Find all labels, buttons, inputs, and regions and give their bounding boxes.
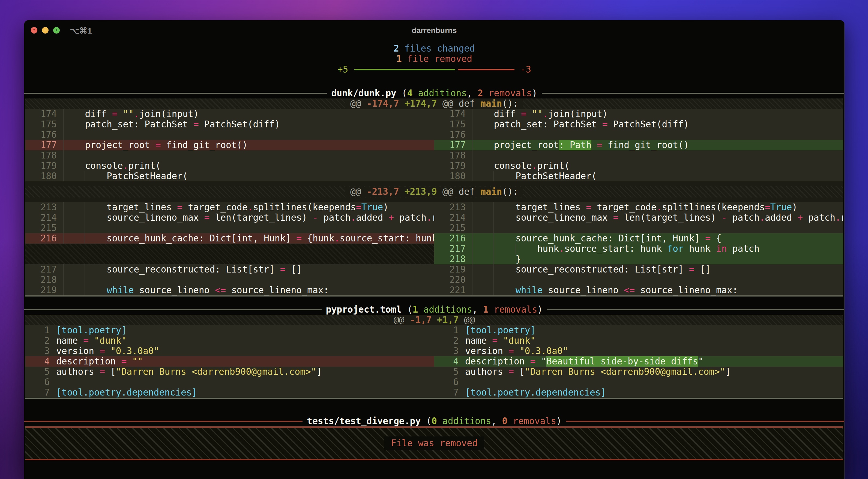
text-segment: removals — [489, 304, 537, 315]
text-segment: authors — [465, 366, 508, 377]
text-segment: target_lines — [472, 202, 586, 213]
text-segment: source_lineno_max: — [635, 285, 738, 295]
text-segment: @@ — [442, 98, 453, 109]
indent-guide — [472, 109, 472, 119]
text-segment: main — [480, 186, 502, 197]
text-segment: [ — [514, 366, 525, 377]
removed-file-message: File was removed — [384, 437, 484, 450]
line-number: 6 — [434, 377, 459, 387]
file-section: tests/test_diverge.py (0 additions, 0 re… — [24, 416, 844, 460]
indent-guide — [472, 171, 472, 182]
file-title: tests/test_diverge.py (0 additions, 0 re… — [24, 416, 844, 426]
file-name: dunk/dunk.py — [331, 88, 396, 98]
text-segment — [405, 315, 410, 325]
code-text: PatchSetHeader( — [57, 171, 434, 182]
file-title-text: pyproject.toml (1 additions, 1 removals) — [321, 305, 547, 315]
text-segment: "Darren Burns <darrenb900@gmail.com>" — [116, 366, 316, 377]
bar-removals-label: -3 — [521, 64, 531, 75]
additions-bar — [354, 69, 455, 70]
title-rule-right — [542, 93, 844, 94]
line-number: 176 — [25, 130, 57, 140]
text-segment: removed — [841, 213, 843, 223]
text-segment: = — [597, 140, 602, 150]
text-segment: = — [689, 264, 694, 275]
diff-line: 217 hunk.source_start: hunk for hunk in … — [434, 244, 843, 254]
indent-guide — [85, 213, 85, 223]
files-changed-label: files changed — [399, 43, 475, 54]
text-segment: [] — [694, 264, 711, 275]
text-segment: [ — [105, 366, 116, 377]
line-number: 176 — [434, 130, 466, 140]
indent-guide — [63, 161, 64, 171]
diff-line: 177 project_root = find_git_root() — [25, 140, 434, 150]
file-title: dunk/dunk.py (4 additions, 2 removals) — [24, 88, 844, 98]
text-segment: + — [797, 213, 803, 223]
text-segment: . — [760, 213, 765, 223]
removals-count: 1 — [483, 304, 489, 315]
text-segment: ) — [556, 416, 562, 426]
line-number: 175 — [434, 119, 466, 130]
file-title-text: dunk/dunk.py (4 additions, 2 removals) — [327, 88, 541, 98]
text-segment: ] — [316, 366, 322, 377]
text-segment: ) — [537, 304, 543, 315]
code-text: [tool.poetry] — [50, 325, 434, 336]
code-text — [57, 275, 434, 285]
indent-guide — [472, 244, 472, 254]
line-number: 180 — [25, 171, 57, 182]
diff-line: 7[tool.poetry.dependencies] — [434, 387, 843, 398]
line-number: 175 — [25, 119, 57, 130]
diff-line: 219 while source_lineno <= source_lineno… — [25, 285, 434, 295]
text-segment: console — [63, 161, 123, 171]
diff-line: 215 — [434, 223, 843, 233]
text-segment: {hunk — [302, 233, 334, 244]
text-segment: splitlines(keepends — [253, 202, 356, 213]
diff-pane: 174 diff = "".join(input)175 patch_set: … — [434, 109, 843, 182]
line-number: 178 — [434, 150, 466, 161]
indent-guide — [493, 254, 494, 264]
indent-guide — [63, 130, 64, 140]
hunk-header: @@ -174,7 +174,7 @@ def main(): — [25, 98, 843, 109]
text-segment: source_lineno — [134, 285, 215, 295]
file-section: dunk/dunk.py (4 additions, 2 removals)@@… — [24, 88, 844, 296]
code-text — [50, 377, 434, 387]
text-segment: @@ — [350, 98, 361, 109]
diff-content: dunk/dunk.py (4 additions, 2 removals)@@… — [24, 88, 844, 460]
file-removed-count: 1 — [396, 54, 402, 64]
code-text: description = "Beautiful side-by-side di… — [459, 356, 843, 366]
diff-line: 5authors = ["Darren Burns <darrenb900@gm… — [25, 366, 434, 377]
text-segment — [432, 315, 437, 325]
text-segment: ] — [725, 366, 731, 377]
removals-bar — [458, 69, 515, 70]
text-segment — [437, 186, 442, 197]
indent-guide — [63, 202, 64, 213]
text-segment: . — [248, 202, 253, 213]
text-segment: = — [99, 366, 105, 377]
text-segment: , — [472, 304, 483, 315]
line-number: 3 — [25, 346, 50, 356]
indent-guide — [472, 233, 472, 244]
text-segment: Beautiful side-by-side diffs — [547, 356, 698, 366]
diff-line: 214 source_lineno_max = len(target_lines… — [25, 213, 434, 223]
text-segment — [89, 336, 94, 346]
text-segment: authors — [56, 366, 99, 377]
text-segment: = — [602, 119, 608, 130]
diff-line: 2name = "dunk" — [434, 336, 843, 346]
text-segment: removed — [432, 213, 434, 223]
text-segment: True — [770, 202, 792, 213]
code-text: version = "0.3.0a0" — [50, 346, 434, 356]
text-segment: . — [426, 213, 432, 223]
code-text: [tool.poetry.dependencies] — [459, 387, 843, 398]
code-text — [57, 130, 434, 140]
line-number: 3 — [434, 346, 459, 356]
code-text: [tool.poetry.dependencies] — [50, 387, 434, 398]
indent-guide — [493, 264, 494, 275]
diff-pane: 213 target_lines = target_code.splitline… — [434, 202, 843, 295]
diff-line: 6 — [434, 377, 843, 387]
line-number: 2 — [434, 336, 459, 346]
side-by-side-panes: 1[tool.poetry]2name = "dunk"3version = "… — [24, 325, 844, 398]
text-segment: additions — [437, 416, 491, 426]
text-segment: "dunk" — [503, 336, 535, 346]
line-number: 4 — [434, 356, 459, 366]
line-number: 178 — [25, 150, 57, 161]
indent-guide — [515, 244, 516, 254]
